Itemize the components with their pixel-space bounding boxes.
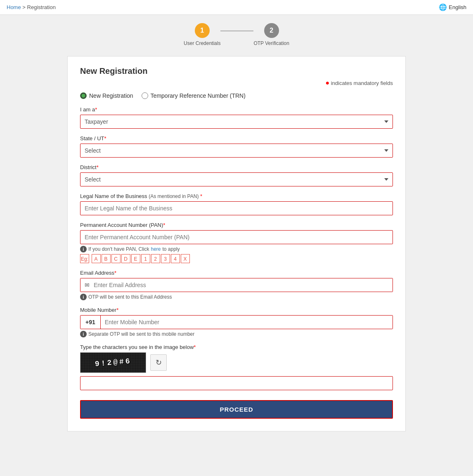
email-input-wrapper: ✉ bbox=[80, 278, 393, 292]
captcha-image: 9!2@#6 bbox=[80, 352, 146, 373]
district-group: District* Select bbox=[80, 164, 393, 186]
captcha-section: Type the characters you see in the image… bbox=[80, 344, 393, 390]
mandatory-dot: ● bbox=[325, 79, 329, 86]
state-required: * bbox=[104, 135, 106, 141]
legal-name-input[interactable] bbox=[80, 201, 393, 215]
page-title: New Registration bbox=[80, 66, 393, 76]
pan-char-1: 1 bbox=[141, 254, 150, 263]
pan-label: Permanent Account Number (PAN)* bbox=[80, 222, 393, 228]
step-1-label: User Credentials bbox=[184, 40, 220, 46]
legal-name-sub: (As mentioned in PAN) bbox=[149, 193, 199, 199]
captcha-refresh-button[interactable]: ↻ bbox=[150, 354, 167, 371]
radio-trn[interactable]: Temporary Reference Number (TRN) bbox=[142, 92, 246, 99]
info-icon: i bbox=[80, 246, 87, 252]
mobile-label: Mobile Number* bbox=[80, 307, 393, 313]
form-card: New Registration ● indicates mandatory f… bbox=[67, 56, 406, 431]
pan-example: Eg: ABCDE1234X bbox=[80, 254, 393, 263]
email-required: * bbox=[114, 270, 116, 276]
pan-char-B: B bbox=[102, 254, 111, 263]
pan-help: i If you don't have PAN, Click here to a… bbox=[80, 246, 393, 252]
main-container: 1 User Credentials 2 OTP Verification Ne… bbox=[59, 15, 414, 440]
step-2-circle: 2 bbox=[264, 23, 279, 38]
mobile-group: Mobile Number* +91 i Separate OTP will b… bbox=[80, 307, 393, 337]
step-2: 2 OTP Verification bbox=[253, 23, 289, 46]
pan-char-2: 2 bbox=[151, 254, 160, 263]
pan-required: * bbox=[163, 222, 165, 228]
breadcrumb-current: Registration bbox=[27, 4, 56, 10]
mobile-input-wrapper: +91 bbox=[80, 315, 393, 329]
radio-new-registration[interactable]: New Registration bbox=[80, 92, 133, 99]
pan-help-suffix: to apply bbox=[163, 246, 180, 252]
captcha-input[interactable] bbox=[80, 376, 393, 390]
i-am-a-group: I am a* Taxpayer bbox=[80, 106, 393, 129]
legal-name-required: * bbox=[200, 193, 202, 199]
email-otp-text: OTP will be sent to this Email Address bbox=[88, 294, 172, 300]
pan-help-link[interactable]: here bbox=[151, 246, 161, 252]
pan-char-3: 3 bbox=[161, 254, 170, 263]
state-select[interactable]: Select bbox=[80, 144, 393, 158]
mobile-prefix: +91 bbox=[80, 316, 101, 329]
district-select[interactable]: Select bbox=[80, 172, 393, 186]
captcha-label: Type the characters you see in the image… bbox=[80, 344, 393, 350]
mobile-otp-note: i Separate OTP will be sent to this mobi… bbox=[80, 331, 393, 337]
pan-group: Permanent Account Number (PAN)* i If you… bbox=[80, 222, 393, 263]
district-required: * bbox=[97, 164, 99, 170]
step-1: 1 User Credentials bbox=[184, 23, 220, 46]
mobile-required: * bbox=[116, 307, 118, 313]
step-1-circle: 1 bbox=[195, 23, 210, 38]
email-input[interactable] bbox=[94, 278, 393, 292]
mandatory-text: indicates mandatory fields bbox=[331, 80, 393, 86]
pan-input[interactable] bbox=[80, 230, 393, 244]
captcha-required: * bbox=[194, 344, 196, 350]
mobile-input[interactable] bbox=[101, 316, 393, 329]
mobile-info-icon: i bbox=[80, 331, 87, 337]
mobile-otp-text: Separate OTP will be sent to this mobile… bbox=[88, 331, 194, 337]
radio-trn-input[interactable] bbox=[142, 92, 148, 99]
captcha-row: 9!2@#6 ↻ bbox=[80, 352, 393, 373]
radio-new-label: New Registration bbox=[89, 92, 133, 99]
legal-name-label: Legal Name of the Business (As mentioned… bbox=[80, 193, 393, 199]
pan-help-text: If you don't have PAN, Click bbox=[88, 246, 149, 252]
breadcrumb-separator: > bbox=[22, 4, 27, 10]
pan-char-E: E bbox=[131, 254, 140, 263]
stepper: 1 User Credentials 2 OTP Verification bbox=[67, 23, 406, 46]
radio-new-input[interactable] bbox=[80, 92, 87, 99]
email-group: Email Address* ✉ i OTP will be sent to t… bbox=[80, 270, 393, 300]
state-group: State / UT* Select bbox=[80, 135, 393, 158]
pan-char-4: 4 bbox=[171, 254, 180, 263]
proceed-button[interactable]: PROCEED bbox=[80, 400, 393, 419]
radio-trn-label: Temporary Reference Number (TRN) bbox=[151, 92, 246, 99]
registration-type-group: New Registration Temporary Reference Num… bbox=[80, 92, 393, 99]
pan-char-C: C bbox=[111, 254, 121, 263]
breadcrumb: Home > Registration bbox=[7, 4, 56, 10]
step-2-label: OTP Verification bbox=[253, 40, 289, 46]
i-am-a-label: I am a* bbox=[80, 106, 393, 113]
email-info-icon: i bbox=[80, 294, 87, 300]
pan-char-X: X bbox=[181, 254, 190, 263]
step-connector bbox=[220, 31, 253, 31]
legal-name-group: Legal Name of the Business (As mentioned… bbox=[80, 193, 393, 215]
home-link[interactable]: Home bbox=[7, 4, 21, 10]
language-selector[interactable]: 🌐 English bbox=[439, 3, 466, 11]
envelope-icon: ✉ bbox=[80, 278, 94, 292]
email-label: Email Address* bbox=[80, 270, 393, 276]
i-am-a-required: * bbox=[95, 106, 97, 113]
top-bar: Home > Registration 🌐 English bbox=[0, 0, 473, 15]
state-label: State / UT* bbox=[80, 135, 393, 141]
pan-char-A: A bbox=[92, 254, 101, 263]
pan-char-D: D bbox=[121, 254, 130, 263]
language-label: English bbox=[449, 4, 466, 10]
pan-example-label: Eg: bbox=[80, 254, 89, 263]
district-label: District* bbox=[80, 164, 393, 170]
mandatory-note: ● indicates mandatory fields bbox=[80, 79, 393, 87]
globe-icon: 🌐 bbox=[439, 3, 447, 11]
email-otp-note: i OTP will be sent to this Email Address bbox=[80, 294, 393, 300]
i-am-a-select[interactable]: Taxpayer bbox=[80, 115, 393, 129]
